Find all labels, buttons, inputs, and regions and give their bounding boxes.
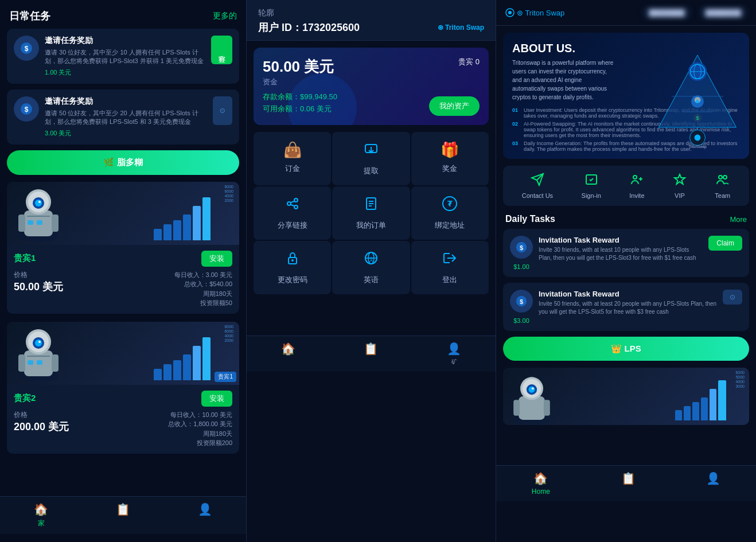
about-banner: ABOUT US. Tritonswap is a powerful platf… <box>503 33 749 159</box>
action-vip[interactable]: VIP <box>673 173 687 199</box>
menu-bonus[interactable]: 🎁 奖金 <box>411 132 489 185</box>
svg-point-32 <box>294 205 298 209</box>
menu-deposit-label: 订金 <box>285 163 300 174</box>
team-icon <box>716 173 730 190</box>
lps-button-left[interactable]: 🌿 脂多糊 <box>7 150 239 175</box>
svg-rect-86 <box>544 400 550 415</box>
action-contact-label: Contact Us <box>522 192 553 199</box>
balance-amount: 50.00 美元 <box>263 57 480 77</box>
my-assets-button[interactable]: 我的资产 <box>429 96 480 116</box>
right-task-desc-1: Invite 30 friends, with at least 10 peop… <box>539 246 703 262</box>
menu-orders[interactable]: 我的订单 <box>332 186 410 240</box>
menu-logout[interactable]: 登出 <box>411 241 489 294</box>
right-nav-other[interactable]: 👤 <box>706 471 720 496</box>
svg-point-9 <box>35 200 42 206</box>
right-nav-home[interactable]: 🏠 Home <box>532 471 550 496</box>
svg-point-83 <box>529 387 535 393</box>
middle-nav-list[interactable]: 📋 <box>364 342 378 366</box>
right-claim-btn-1[interactable]: Claim <box>708 236 742 251</box>
middle-nav-mine[interactable]: 👤 矿 <box>447 342 461 366</box>
right-panel: ⊛ Triton Swap ████████ ████████ ABOUT US… <box>496 0 756 542</box>
invite-icon <box>630 173 644 190</box>
svg-rect-24 <box>52 354 59 372</box>
middle-panel: 轮廓 用户 ID：1732025600 ⊛ Triton Swap 贵宾 0 5… <box>247 0 496 542</box>
svg-text:$: $ <box>696 115 699 121</box>
right-task-icon-1: $ <box>510 236 533 259</box>
product-period-1: 周期180天 <box>174 289 232 299</box>
lps-button-right[interactable]: 👑 LPS <box>503 337 749 361</box>
right-bottom-nav: 🏠 Home 📋 👤 <box>496 465 756 501</box>
menu-grid: 👜 订金 提取 🎁 奖金 分享链接 <box>254 132 489 294</box>
svg-rect-14 <box>37 220 42 225</box>
menu-password-label: 更改密码 <box>278 275 307 285</box>
withdraw-icon <box>363 141 379 161</box>
menu-bonus-label: 奖金 <box>442 163 457 174</box>
language-icon: 文 <box>363 250 379 270</box>
right-more-link[interactable]: More <box>730 215 747 224</box>
action-invite-label: Invite <box>629 192 644 199</box>
svg-point-84 <box>532 388 534 390</box>
svg-point-73 <box>723 176 727 179</box>
left-task-card-1: $ 邀请任务奖励 邀请 30 位好友，其中至少 10 人拥有任何 LPS-Slo… <box>7 29 239 84</box>
svg-text:$: $ <box>25 45 29 53</box>
menu-bind-address[interactable]: ₮ 绑定地址 <box>411 186 489 240</box>
lock-icon <box>285 250 301 270</box>
left-nav-list[interactable]: 📋 <box>116 502 130 528</box>
product-daily-2: 每日收入：10.00 美元 <box>168 410 232 420</box>
left-title: 日常任务 <box>9 9 50 23</box>
orders-icon <box>363 196 379 216</box>
bonus-icon: 🎁 <box>441 141 459 159</box>
balance-card: 贵宾 0 50.00 美元 资金 存款余额：$99,949.50 可用余额：0.… <box>254 48 489 125</box>
list-icon: 📋 <box>116 502 130 516</box>
right-pending-btn-2[interactable]: ⊙ <box>723 290 742 305</box>
menu-bind-label: 绑定地址 <box>435 220 465 231</box>
task-dollar-icon-2: $ <box>14 96 39 122</box>
right-nav-list[interactable]: 📋 <box>621 471 636 496</box>
menu-password[interactable]: 更改密码 <box>254 241 331 294</box>
svg-point-10 <box>38 201 41 203</box>
left-nav-user[interactable]: 👤 <box>198 502 212 528</box>
svg-point-31 <box>287 202 291 205</box>
user-icon: 👤 <box>198 502 212 516</box>
svg-point-30 <box>294 198 298 202</box>
task-pending-btn-2[interactable]: ⊙ <box>213 96 232 125</box>
svg-point-64 <box>695 135 701 141</box>
home-icon: 🏠 <box>34 502 48 516</box>
menu-language[interactable]: 文 英语 <box>332 241 410 294</box>
right-other-icon: 👤 <box>706 471 720 485</box>
right-task-icon-2: $ <box>510 290 533 313</box>
left-more-link[interactable]: 更多的 <box>213 11 237 21</box>
action-contact[interactable]: Contact Us <box>522 173 553 199</box>
product-limit-1: 投资限额50 <box>174 298 232 308</box>
product-total-1: 总收入：$540.00 <box>174 279 232 289</box>
task-title-1: 邀请任务奖励 <box>45 36 205 46</box>
task-desc-2: 邀请 50 位好友，其中至少 20 人拥有任何 LPS-Slots 计划，那么您… <box>45 109 207 127</box>
middle-nav-home[interactable]: 🏠 <box>281 342 295 366</box>
product-price-2: 200.00 美元 <box>14 420 69 434</box>
product-card-1: 8000 6000 4000 2000 贵宾1 安装 <box>7 182 239 314</box>
product-period-2: 周期180天 <box>168 429 232 439</box>
menu-share[interactable]: 分享链接 <box>254 186 331 240</box>
task-claim-btn-1[interactable]: 宣称 <box>211 36 232 64</box>
right-task-card-1: $ $1.00 Invitation Task Reward Invite 30… <box>503 229 749 277</box>
menu-withdraw[interactable]: 提取 <box>332 132 410 185</box>
left-nav-home[interactable]: 🏠 家 <box>34 502 48 528</box>
balance-vip: 贵宾 0 <box>458 57 480 67</box>
right-nav-home-label: Home <box>532 488 550 496</box>
middle-userid-row: 用户 ID：1732025600 ⊛ Triton Swap <box>258 21 484 34</box>
menu-deposit[interactable]: 👜 订金 <box>254 132 331 185</box>
svg-point-21 <box>35 340 42 346</box>
product-name-1: 贵宾1 <box>14 253 36 264</box>
svg-point-49 <box>508 11 512 14</box>
product-price-label-2: 价格 <box>14 410 69 420</box>
action-invite[interactable]: Invite <box>629 173 644 199</box>
action-signin[interactable]: Sign-in <box>582 173 601 199</box>
product-total-2: 总收入：1,800.00 美元 <box>168 419 232 429</box>
tether-icon: ₮ <box>442 196 458 216</box>
action-team[interactable]: Team <box>715 173 730 199</box>
install-btn-2[interactable]: 安装 <box>201 391 232 407</box>
product-img-1: 8000 6000 4000 2000 <box>7 182 239 245</box>
right-user-info-2: ████████ <box>700 7 747 18</box>
task-dollar-icon-1: $ <box>14 36 39 61</box>
install-btn-1[interactable]: 安装 <box>201 251 232 267</box>
